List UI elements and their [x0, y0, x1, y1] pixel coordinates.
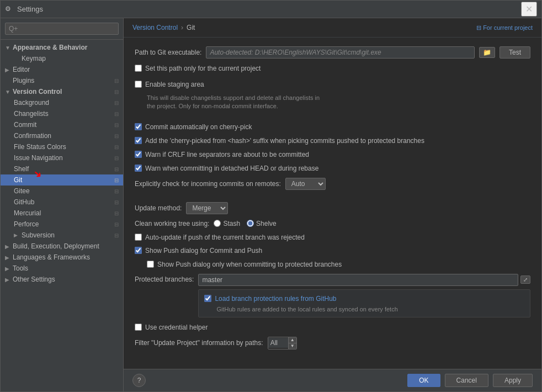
shelve-radio-label[interactable]: Shelve — [247, 220, 277, 227]
protected-branches-input[interactable] — [198, 274, 518, 286]
sidebar-item-git[interactable]: Git ⊟ — [1, 174, 123, 186]
warn-crlf-checkbox[interactable] — [135, 151, 142, 158]
cherry-pick-suffix-label[interactable]: Add the 'cherry-picked from <hash>' suff… — [145, 136, 424, 146]
apply-button[interactable]: Apply — [493, 374, 533, 387]
page-icon: ⊟ — [114, 166, 119, 172]
cherry-pick-suffix-checkbox[interactable] — [135, 137, 142, 144]
sidebar-item-tools[interactable]: ▶ Tools — [1, 263, 123, 274]
sidebar-item-version-control[interactable]: ▼ Version Control ⊟ — [1, 86, 123, 97]
warn-detached-label[interactable]: Warn when committing in detached HEAD or… — [145, 164, 318, 173]
sidebar-item-subversion[interactable]: ▶ Subversion ⊟ — [1, 230, 123, 241]
page-icon: ⊟ — [114, 232, 119, 239]
update-method-dropdown[interactable]: Merge Rebase — [186, 202, 228, 214]
page-icon: ⊟ — [114, 210, 119, 216]
clean-working-label: Clean working tree using: — [135, 220, 209, 227]
title-bar: ⚙ Settings ✕ — [1, 1, 541, 18]
protected-branches-row: Protected branches: ⤢ Load branch protec… — [135, 274, 530, 317]
spin-up-button[interactable]: ▲ — [289, 337, 296, 343]
arrow-icon: ▶ — [5, 243, 12, 250]
sidebar-item-background[interactable]: Background ⊟ — [1, 97, 123, 108]
git-path-input[interactable] — [206, 46, 475, 59]
arrow-icon: ▶ — [14, 232, 20, 238]
sidebar-item-languages[interactable]: ▶ Languages & Frameworks — [1, 252, 123, 263]
warn-crlf-row: Warn if CRLF line separators are about t… — [135, 150, 530, 160]
warn-crlf-label[interactable]: Warn if CRLF line separators are about t… — [145, 150, 309, 160]
sidebar-item-mercurial[interactable]: Mercurial ⊟ — [1, 208, 123, 219]
cherry-pick-suffix-row: Add the 'cherry-picked from <hash>' suff… — [135, 136, 530, 146]
sidebar-item-commit[interactable]: Commit ⊟ — [1, 119, 123, 130]
stash-radio-label[interactable]: Stash — [214, 220, 240, 227]
sidebar-item-gitee[interactable]: Gitee ⊟ — [1, 186, 123, 197]
filter-update-label: Filter "Update Project" information by p… — [135, 339, 263, 347]
sidebar-item-build[interactable]: ▶ Build, Execution, Deployment — [1, 241, 123, 252]
sidebar-item-file-status-colors[interactable]: File Status Colors ⊟ — [1, 141, 123, 152]
settings-content: Path to Git executable: 📁 Test Set this … — [124, 38, 541, 369]
cancel-button[interactable]: Cancel — [445, 374, 488, 387]
check-incoming-label: Explicitly check for incoming commits on… — [135, 180, 281, 188]
page-icon: ⊟ — [114, 199, 119, 205]
warn-detached-checkbox[interactable] — [135, 165, 142, 172]
test-button[interactable]: Test — [500, 46, 530, 59]
set-path-checkbox[interactable] — [135, 65, 142, 72]
sidebar-item-github[interactable]: GitHub ⊟ — [1, 197, 123, 208]
sidebar-item-plugins[interactable]: Plugins ⊟ — [1, 75, 123, 86]
sidebar-item-appearance[interactable]: ▼ Appearance & Behavior — [1, 42, 123, 53]
filter-update-input[interactable] — [268, 338, 288, 348]
main-content: ▼ Appearance & Behavior Keymap ▶ Editor … — [1, 18, 541, 391]
sidebar-item-keymap[interactable]: Keymap — [1, 53, 123, 64]
sidebar-item-issue-navigation[interactable]: Issue Navigation ⊟ — [1, 152, 123, 163]
sidebar-item-label: Mercurial — [14, 209, 41, 217]
clean-working-radio-group: Stash Shelve — [214, 220, 276, 227]
cherry-pick-checkbox[interactable] — [135, 123, 142, 130]
browse-button[interactable]: 📁 — [479, 47, 495, 58]
sidebar-item-label: Plugins — [13, 77, 34, 84]
page-icon: ⊟ — [114, 221, 119, 227]
page-icon: ⊟ — [114, 188, 119, 194]
ok-button[interactable]: OK — [407, 374, 440, 387]
staging-checkbox[interactable] — [135, 81, 142, 88]
show-push-protected-checkbox[interactable] — [147, 261, 154, 268]
set-path-label[interactable]: Set this path only for the current proje… — [145, 64, 261, 73]
page-icon: ⊟ — [114, 177, 119, 183]
close-button[interactable]: ✕ — [521, 2, 537, 17]
load-github-label[interactable]: Load branch protection rules from GitHub — [215, 294, 336, 304]
auto-update-row: Auto-update if push of the current branc… — [135, 233, 530, 242]
arrow-icon: ▶ — [5, 67, 12, 73]
breadcrumb-parent[interactable]: Version Control — [132, 24, 178, 31]
search-input[interactable] — [5, 23, 119, 35]
credential-helper-row: Use credential helper — [135, 323, 530, 332]
sidebar-item-label: Issue Navigation — [14, 154, 63, 162]
auto-update-checkbox[interactable] — [135, 234, 142, 241]
show-push-checkbox[interactable] — [135, 247, 142, 254]
shelve-radio[interactable] — [247, 220, 254, 227]
credential-label[interactable]: Use credential helper — [145, 323, 208, 332]
sidebar-item-label: Version Control — [13, 88, 62, 96]
sidebar-item-label: Shelf — [14, 165, 29, 173]
auto-update-label[interactable]: Auto-update if push of the current branc… — [145, 233, 305, 242]
load-github-checkbox[interactable] — [204, 295, 211, 302]
for-project-link[interactable]: ⊟ For current project — [476, 24, 533, 31]
page-icon: ⊟ — [114, 89, 119, 95]
sidebar: ▼ Appearance & Behavior Keymap ▶ Editor … — [1, 18, 124, 391]
cherry-pick-label[interactable]: Commit automatically on cherry-pick — [145, 123, 252, 132]
sidebar-item-label: Changelists — [14, 110, 49, 118]
sidebar-item-shelf[interactable]: Shelf ⊟ ➜ — [1, 163, 123, 174]
expand-button[interactable]: ⤢ — [520, 276, 530, 284]
spin-down-button[interactable]: ▼ — [289, 343, 296, 349]
show-push-protected-row: Show Push dialog only when committing to… — [135, 260, 530, 269]
sidebar-item-perforce[interactable]: Perforce ⊟ — [1, 219, 123, 230]
staging-label[interactable]: Enable staging area — [145, 80, 204, 89]
shelve-label: Shelve — [256, 220, 277, 227]
help-button[interactable]: ? — [132, 374, 146, 387]
show-push-protected-label[interactable]: Show Push dialog only when committing to… — [157, 260, 342, 269]
stash-radio[interactable] — [214, 220, 221, 227]
sidebar-item-other-settings[interactable]: ▶ Other Settings — [1, 274, 123, 285]
show-push-label[interactable]: Show Push dialog for Commit and Push — [145, 246, 262, 256]
sidebar-item-changelists[interactable]: Changelists ⊟ — [1, 108, 123, 119]
sidebar-item-label: GitHub — [14, 198, 34, 206]
clean-working-row: Clean working tree using: Stash Shelve — [135, 220, 530, 227]
check-incoming-dropdown[interactable]: Auto Always Never — [285, 178, 326, 190]
sidebar-item-confirmation[interactable]: Confirmation ⊟ — [1, 130, 123, 141]
credential-checkbox[interactable] — [135, 324, 142, 331]
sidebar-item-editor[interactable]: ▶ Editor — [1, 64, 123, 75]
